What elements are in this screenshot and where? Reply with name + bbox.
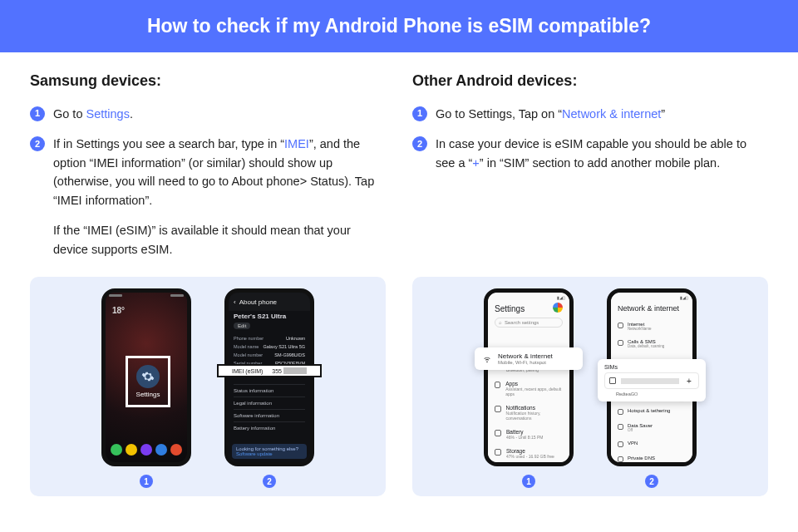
- list-item: Battery information: [234, 421, 305, 434]
- imei-label: IMEI (eSIM): [232, 368, 263, 374]
- other-step-1: 1 Go to Settings, Tap on “Network & inte…: [412, 105, 768, 123]
- list-item: InternetNetworkName: [618, 318, 686, 335]
- other-shot-1: ▮◢▯ Settings ⌕ Search settings Connected…: [484, 288, 574, 488]
- sims-title: SIMs: [604, 364, 699, 370]
- list-item: Battery46% - Until 8:15 PM: [495, 425, 563, 444]
- dock-icon: [140, 444, 152, 456]
- footer-card: Looking for something else? Software upd…: [232, 444, 307, 459]
- other-gallery: ▮◢▯ Settings ⌕ Search settings Connected…: [412, 277, 768, 496]
- settings-link[interactable]: Settings: [86, 107, 130, 121]
- plus-link[interactable]: +: [472, 156, 479, 170]
- app-dock: [109, 442, 184, 457]
- sim-row: +: [604, 372, 699, 389]
- list-item: Status information: [234, 384, 305, 397]
- step-text: .: [130, 107, 133, 121]
- search-icon: ⌕: [499, 320, 502, 325]
- page-header: How to check if my Android Phone is eSIM…: [0, 0, 798, 52]
- list-item: Data SaverOff: [618, 419, 686, 436]
- sims-highlight: SIMs + RedteaGO: [598, 359, 706, 401]
- step-text: If in Settings you see a search bar, typ…: [53, 137, 284, 150]
- samsung-shot-2: ‹ About phone Peter's S21 Ultra Edit Pho…: [224, 288, 314, 488]
- imei-esim-highlight: IMEI (eSIM) 355: [217, 364, 322, 377]
- info-row: Model nameGalaxy S21 Ultra 5G: [234, 342, 305, 351]
- step-number-badge: 1: [30, 106, 45, 121]
- status-bar: [109, 294, 184, 299]
- dns-icon: [618, 456, 623, 462]
- samsung-heading: Samsung devices:: [30, 72, 386, 90]
- gallery-row: 18° Settings 1: [0, 277, 798, 496]
- calls-icon: [618, 340, 623, 346]
- footer-link: Software update: [236, 451, 303, 456]
- network-internet-link[interactable]: Network & internet: [562, 107, 661, 121]
- device-name: Peter's S21 Ultra: [234, 313, 286, 320]
- step-number-badge: 2: [30, 136, 45, 151]
- wifi-icon: [483, 355, 491, 363]
- weather-widget: 18°: [112, 306, 125, 315]
- sim-masked: [621, 378, 679, 384]
- shot-badge: 1: [522, 475, 535, 488]
- list-item: Calls & SMSData, default, roaming: [618, 335, 686, 352]
- step-body: Go to Settings.: [53, 105, 386, 123]
- settings-title: Settings: [495, 304, 525, 313]
- network-internet-title: Network & internet: [618, 304, 679, 313]
- step-number-badge: 2: [412, 136, 427, 151]
- dock-icon: [126, 444, 137, 456]
- plus-icon: +: [684, 376, 694, 386]
- apps-icon: [495, 382, 500, 388]
- back-icon: ‹: [234, 298, 236, 306]
- imei-masked: [283, 367, 307, 374]
- dock-icon: [155, 444, 167, 456]
- sim-sub: RedteaGO: [604, 392, 699, 397]
- info-row: Phone numberUnknown: [234, 334, 305, 342]
- storage-icon: [495, 449, 501, 456]
- list-item: NotificationsNotification history, conve…: [495, 401, 563, 425]
- status-bar: ▮◢▯: [557, 295, 565, 300]
- step-body: Go to Settings, Tap on “Network & intern…: [436, 105, 768, 123]
- imei-prefix: 355: [272, 368, 282, 374]
- dock-icon: [111, 444, 122, 456]
- header-title: About phone: [239, 298, 277, 306]
- step-body: If in Settings you see a search bar, typ…: [53, 135, 386, 259]
- step-extra: If the “IMEI (eSIM)” is available it sho…: [53, 221, 386, 259]
- imei-link[interactable]: IMEI: [284, 137, 309, 150]
- samsung-gallery: 18° Settings 1: [30, 277, 386, 496]
- phone-mockup: 18° Settings: [101, 288, 191, 466]
- callout-title: Network & internet: [498, 352, 553, 360]
- internet-icon: [618, 323, 623, 328]
- info-row: Model numberSM-G998U/DS: [234, 351, 305, 359]
- phone-mockup: ▮◢▯ Settings ⌕ Search settings Connected…: [484, 288, 574, 466]
- info-rows: Phone numberUnknown Model nameGalaxy S21…: [234, 334, 305, 367]
- settings-label: Settings: [136, 391, 160, 398]
- list-item: Storage47% used - 16.92 GB free: [495, 444, 563, 462]
- edit-button: Edit: [234, 323, 250, 329]
- list-item: Legal information: [234, 397, 305, 409]
- search-settings: ⌕ Search settings: [495, 318, 563, 328]
- screen: ▮◢▯ Settings ⌕ Search settings Connected…: [488, 293, 569, 462]
- step-text: ”: [661, 107, 665, 121]
- step-body: In case your device is eSIM capable you …: [436, 135, 768, 172]
- step-text: Go to: [53, 107, 86, 121]
- vpn-icon: [618, 441, 623, 447]
- lower-list: Status information Legal information Sof…: [234, 384, 305, 434]
- list-item: AppsAssistant, recent apps, default apps: [495, 377, 563, 401]
- callout-sub: Mobile, Wi-Fi, hotspot: [498, 360, 553, 365]
- page-title: How to check if my Android Phone is eSIM…: [147, 15, 651, 37]
- notifications-icon: [495, 406, 501, 412]
- search-placeholder: Search settings: [505, 320, 539, 325]
- other-shot-2: ▮◢▯ Network & internet InternetNetworkNa…: [607, 288, 697, 488]
- list-item: Software information: [234, 409, 305, 421]
- step-text: Go to Settings, Tap on “: [436, 107, 562, 121]
- samsung-shot-1: 18° Settings 1: [101, 288, 191, 488]
- samsung-step-1: 1 Go to Settings.: [30, 105, 386, 123]
- list-item: Hotspot & tethering: [618, 404, 686, 419]
- datasaver-icon: [618, 424, 623, 430]
- settings-app-highlight: Settings: [126, 356, 170, 407]
- battery-icon: [495, 430, 501, 436]
- other-column: Other Android devices: 1 Go to Settings,…: [412, 72, 768, 270]
- sim-icon: [609, 377, 616, 384]
- network-internet-highlight: Network & internet Mobile, Wi-Fi, hotspo…: [475, 347, 583, 370]
- hotspot-icon: [618, 409, 623, 415]
- google-account-icon: [553, 303, 563, 313]
- shot-badge: 2: [263, 475, 276, 488]
- step-text: ” in “SIM” section to add another mobile…: [480, 156, 720, 170]
